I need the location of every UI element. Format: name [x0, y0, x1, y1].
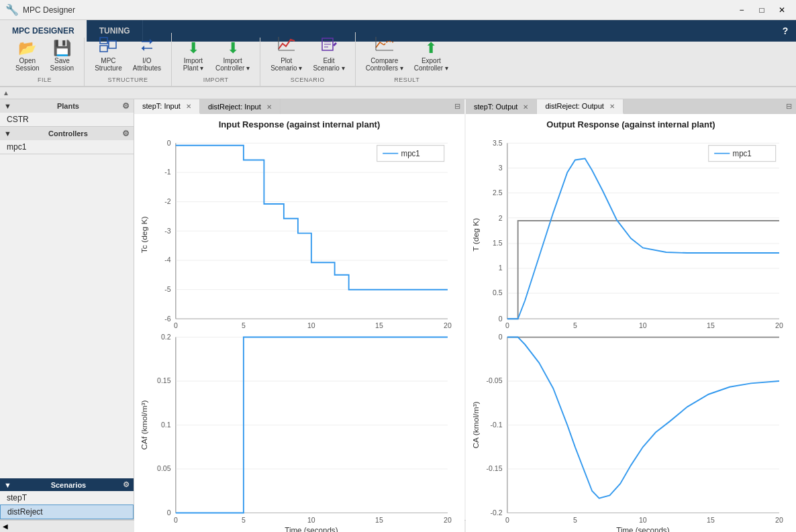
sidebar-spacer — [0, 154, 134, 478]
input-panel: stepT: Input ✕ distReject: Input ✕ ⊟ Inp… — [134, 99, 464, 532]
svg-text:15: 15 — [707, 516, 715, 524]
svg-text:20: 20 — [775, 321, 783, 329]
svg-text:10: 10 — [639, 516, 647, 524]
svg-marker-15 — [333, 42, 337, 46]
scenarios-gear-icon[interactable]: ⚙ — [123, 480, 130, 489]
scenario-buttons: PlotScenario ▾ EditScenario ▾ — [266, 32, 350, 75]
svg-text:1: 1 — [499, 264, 503, 272]
save-session-button[interactable]: 💾 SaveSession — [46, 38, 79, 75]
svg-text:0: 0 — [174, 321, 178, 329]
open-folder-icon: 📂 — [18, 41, 36, 56]
stept-input-close[interactable]: ✕ — [186, 103, 191, 110]
stept-output-label: stepT: Output — [474, 103, 517, 111]
svg-text:0: 0 — [167, 509, 171, 517]
distreject-output-label: distReject: Output — [545, 102, 603, 110]
plot-scenario-icon — [277, 36, 296, 56]
output-panel-collapse[interactable]: ⊟ — [782, 99, 796, 114]
mpc-structure-button[interactable]: MPCStructure — [90, 33, 127, 75]
svg-text:0.5: 0.5 — [493, 288, 503, 297]
scenarios-collapse-arrow: ▼ — [4, 481, 11, 489]
scenario-item-distreject[interactable]: distReject — [0, 504, 134, 519]
open-session-label: OpenSession — [15, 57, 40, 72]
svg-text:-5: -5 — [164, 285, 170, 293]
svg-text:0: 0 — [499, 314, 503, 322]
plot-scenario-button[interactable]: PlotScenario ▾ — [266, 32, 307, 75]
svg-text:5: 5 — [573, 516, 577, 524]
save-icon: 💾 — [53, 41, 71, 56]
import-controller-label: ImportController ▾ — [215, 57, 250, 72]
input-chart-container: Input Response (against internal plant) … — [134, 114, 464, 532]
svg-rect-2 — [109, 41, 116, 48]
svg-text:mpc1: mpc1 — [401, 149, 420, 158]
svg-text:-4: -4 — [164, 256, 170, 264]
input-panel-tabs: stepT: Input ✕ distReject: Input ✕ ⊟ — [134, 99, 464, 114]
titlebar: 🔧 MPC Designer − □ ✕ — [0, 0, 796, 20]
import-plant-label: ImportPlant ▾ — [183, 57, 204, 72]
import-controller-button[interactable]: ⬇ ImportController ▾ — [211, 38, 254, 75]
scenario-item-stept[interactable]: stepT — [0, 491, 134, 504]
controllers-list: mpc1 — [0, 140, 134, 154]
input-panel-collapse[interactable]: ⊟ — [450, 99, 464, 114]
output-panel-tabs: stepT: Output ✕ distReject: Output ✕ ⊟ — [466, 99, 796, 114]
compare-controllers-button[interactable]: CompareControllers ▾ — [361, 32, 408, 75]
svg-text:10: 10 — [307, 321, 315, 329]
close-button[interactable]: ✕ — [773, 3, 791, 17]
distreject-input-label: distReject: Input — [208, 103, 261, 111]
svg-text:CAf (kmol/m³): CAf (kmol/m³) — [140, 401, 148, 450]
export-controller-button[interactable]: ⬆ ExportController ▾ — [409, 38, 453, 75]
edit-scenario-icon — [319, 36, 338, 56]
app-title: MPC Designer — [23, 5, 733, 15]
controllers-label: Controllers — [48, 129, 88, 138]
open-session-button[interactable]: 📂 OpenSession — [11, 38, 44, 75]
plants-gear-icon[interactable]: ⚙ — [122, 101, 130, 111]
controllers-gear-icon[interactable]: ⚙ — [122, 129, 130, 138]
svg-text:0: 0 — [505, 516, 509, 524]
svg-text:0: 0 — [499, 333, 503, 341]
plants-section: ▼ Plants ⚙ CSTR — [0, 99, 134, 127]
io-attributes-button[interactable]: I/OAttributes — [128, 33, 166, 75]
controller-item-mpc1[interactable]: mpc1 — [0, 140, 134, 154]
minimize-button[interactable]: − — [733, 3, 750, 17]
tab-stept-input[interactable]: stepT: Input ✕ — [134, 99, 200, 114]
controllers-header[interactable]: ▼ Controllers ⚙ — [0, 127, 134, 140]
scroll-left-arrow[interactable]: ◀ — [0, 523, 11, 530]
svg-text:1.5: 1.5 — [493, 239, 503, 247]
distreject-output-close[interactable]: ✕ — [609, 103, 615, 110]
tab-stept-output[interactable]: stepT: Output ✕ — [466, 99, 537, 114]
ribbon-collapse-bar[interactable]: ▲ — [0, 87, 796, 99]
distreject-input-close[interactable]: ✕ — [266, 103, 272, 111]
maximize-button[interactable]: □ — [753, 3, 770, 17]
svg-text:Time (seconds): Time (seconds) — [285, 526, 338, 532]
svg-text:-2: -2 — [164, 197, 170, 205]
scenarios-header[interactable]: ▼ Scenarios ⚙ — [0, 478, 134, 491]
panels-container: stepT: Input ✕ distReject: Input ✕ ⊟ Inp… — [134, 99, 796, 532]
ribbon-group-result: CompareControllers ▾ ⬆ ExportController … — [356, 32, 458, 86]
file-buttons: 📂 OpenSession 💾 SaveSession — [11, 38, 79, 75]
stept-output-close[interactable]: ✕ — [523, 103, 528, 111]
io-attributes-label: I/OAttributes — [133, 57, 161, 72]
svg-text:15: 15 — [375, 321, 383, 329]
svg-text:-3: -3 — [164, 226, 170, 234]
plants-header[interactable]: ▼ Plants ⚙ — [0, 99, 134, 113]
svg-text:0: 0 — [505, 321, 509, 329]
svg-text:-1: -1 — [164, 168, 170, 176]
compare-controllers-label: CompareControllers ▾ — [366, 57, 403, 72]
plant-item-cstr[interactable]: CSTR — [0, 113, 134, 126]
tab-distreject-output[interactable]: distReject: Output ✕ — [537, 99, 623, 114]
export-controller-label: ExportController ▾ — [414, 57, 448, 72]
tab-distreject-input[interactable]: distReject: Input ✕ — [200, 99, 281, 114]
help-button[interactable]: ? — [775, 20, 796, 42]
export-controller-icon: ⬆ — [425, 41, 437, 56]
ribbon-group-scenario: PlotScenario ▾ EditScenario ▾ SCENARIO — [260, 32, 356, 86]
edit-scenario-button[interactable]: EditScenario ▾ — [308, 32, 349, 75]
svg-rect-0 — [100, 38, 107, 44]
structure-buttons: MPCStructure I/OAttributes — [90, 33, 166, 75]
mpc-structure-label: MPCStructure — [95, 57, 122, 72]
ribbon-group-file: 📂 OpenSession 💾 SaveSession FILE — [5, 38, 85, 86]
collapse-arrow-icon[interactable]: ▲ — [3, 89, 9, 97]
output-chart-container: Output Response (against internal plant)… — [466, 114, 796, 532]
import-plant-button[interactable]: ⬇ ImportPlant ▾ — [177, 38, 209, 75]
svg-marker-8 — [142, 46, 144, 51]
mpc-structure-icon — [99, 36, 117, 56]
scenarios-section: ▼ Scenarios ⚙ stepT distReject — [0, 478, 134, 520]
